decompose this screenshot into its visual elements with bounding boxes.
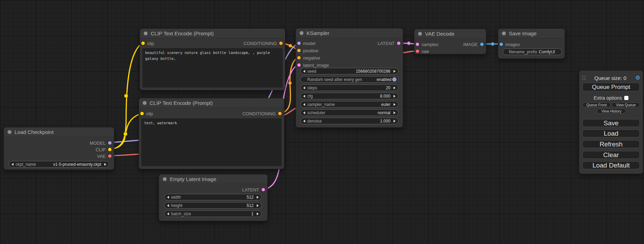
refresh-button[interactable]: Refresh [582, 140, 640, 148]
comfyui-canvas[interactable]: { "colors": { "model": "#b49be0", "clip"… [0, 0, 644, 244]
collapse-dot-icon[interactable] [163, 177, 167, 181]
node-titlebar[interactable]: Save Image [498, 29, 565, 38]
conditioning-output-port[interactable] [278, 112, 282, 115]
node-title: VAE Decode [425, 31, 455, 37]
view-queue-button[interactable]: View Queue [612, 102, 640, 107]
batch-size-widget[interactable]: batch_size 1 [164, 210, 262, 217]
save-button[interactable]: Save [582, 119, 640, 127]
steps-widget[interactable]: steps 20 [300, 84, 398, 91]
clip-output-port[interactable] [108, 148, 112, 151]
increment-arrow-icon[interactable] [394, 120, 396, 123]
extra-options-checkbox[interactable] [624, 96, 628, 100]
decrement-arrow-icon[interactable] [303, 87, 305, 89]
queue-prompt-button[interactable]: Queue Prompt [582, 83, 640, 91]
port-label: samples [422, 42, 438, 47]
width-widget[interactable]: width 512 [164, 194, 262, 200]
collapse-dot-icon[interactable] [502, 31, 506, 35]
increment-arrow-icon[interactable] [257, 196, 259, 199]
widget-value: 156680208700286 [356, 69, 390, 74]
increment-arrow-icon[interactable] [394, 87, 396, 89]
widget-value: 20 [386, 85, 390, 90]
collapse-dot-icon[interactable] [418, 32, 422, 36]
node-titlebar[interactable]: CLIP Text Encode (Prompt) [139, 98, 284, 108]
load-default-button[interactable]: Load Default [582, 161, 640, 169]
model-output-port[interactable] [108, 141, 112, 145]
widget-value: 512 [247, 203, 254, 208]
widget-label: width [171, 195, 181, 200]
clip-input-port[interactable] [141, 42, 145, 45]
node-titlebar[interactable]: Empty Latent Image [159, 174, 267, 184]
port-label: LATENT [378, 41, 395, 46]
increment-arrow-icon[interactable] [394, 95, 396, 98]
decrement-arrow-icon[interactable] [167, 196, 169, 199]
positive-prompt-textarea[interactable]: beautiful scenery nature glass bottle la… [142, 48, 283, 88]
conditioning-input-port[interactable] [297, 56, 301, 60]
decrement-arrow-icon[interactable] [167, 204, 169, 207]
scheduler-widget[interactable]: scheduler normal [300, 109, 398, 116]
decrement-arrow-icon[interactable] [303, 111, 305, 114]
node-titlebar[interactable]: Load Checkpoint [4, 127, 114, 137]
vae-input-port[interactable] [416, 49, 419, 53]
view-history-button[interactable]: View History [597, 109, 626, 114]
increment-arrow-icon[interactable] [394, 111, 396, 114]
seed-widget[interactable]: seed 156680208700286 [300, 68, 398, 74]
toggle-knob-icon[interactable] [392, 77, 397, 82]
latent-input-port[interactable] [416, 43, 419, 46]
increment-arrow-icon[interactable] [257, 213, 259, 215]
sampler-name-widget[interactable]: sampler_name euler [300, 101, 398, 108]
decrement-arrow-icon[interactable] [167, 213, 169, 215]
queue-front-button[interactable]: Queue Front [582, 102, 611, 107]
node-titlebar[interactable]: KSampler [296, 28, 403, 38]
port-label: MODEL [90, 141, 106, 146]
widget-label: cfg [307, 94, 313, 99]
conditioning-input-port[interactable] [297, 49, 301, 52]
decrement-arrow-icon[interactable] [303, 95, 305, 98]
vae-output-port[interactable] [108, 154, 112, 158]
widget-label: batch_size [171, 211, 191, 216]
image-input-port[interactable] [500, 43, 503, 46]
widget-label: sampler_name [307, 102, 335, 107]
drag-handle-icon[interactable] [582, 76, 585, 80]
decrement-arrow-icon[interactable] [303, 120, 305, 123]
collapse-dot-icon[interactable] [143, 101, 147, 105]
filename-prefix-widget[interactable]: filename_prefix ComfyUI [503, 48, 562, 55]
image-output-port[interactable] [480, 43, 484, 46]
output-image: IMAGE [463, 41, 484, 47]
random-seed-toggle-widget[interactable]: Random seed after every gen enabled [300, 76, 398, 83]
output-vae: VAE [97, 153, 112, 159]
gear-icon[interactable]: ⚙ [635, 75, 640, 81]
load-button[interactable]: Load [582, 129, 640, 137]
increment-arrow-icon[interactable] [104, 163, 106, 166]
port-label: IMAGE [463, 42, 478, 47]
increment-arrow-icon[interactable] [394, 103, 396, 106]
increment-arrow-icon[interactable] [394, 70, 396, 73]
widget-label: scheduler [307, 110, 325, 115]
node-title: CLIP Text Encode (Prompt) [150, 100, 213, 106]
decrement-arrow-icon[interactable] [303, 70, 305, 73]
latent-input-port[interactable] [297, 63, 301, 67]
input-clip: clip [141, 40, 154, 46]
latent-output-port[interactable] [262, 188, 265, 191]
cfg-widget[interactable]: cfg 8.000 [300, 93, 398, 99]
conditioning-output-port[interactable] [279, 42, 283, 45]
node-title: KSampler [307, 30, 329, 36]
height-widget[interactable]: height 512 [164, 202, 262, 209]
decrement-arrow-icon[interactable] [11, 163, 14, 166]
output-model: MODEL [90, 140, 112, 146]
widget-label: steps [307, 85, 317, 90]
collapse-dot-icon[interactable] [144, 31, 148, 35]
denoise-widget[interactable]: denoise 1.000 [300, 118, 398, 124]
ckpt-name-widget[interactable]: ckpt_name v1-5-pruned-emaonly.ckpt [9, 161, 109, 168]
clear-button[interactable]: Clear [582, 151, 640, 159]
link-midpoint-dot [124, 132, 127, 136]
collapse-dot-icon[interactable] [300, 31, 303, 35]
node-titlebar[interactable]: CLIP Text Encode (Prompt) [140, 29, 285, 38]
clip-input-port[interactable] [140, 112, 144, 115]
increment-arrow-icon[interactable] [257, 204, 259, 207]
collapse-dot-icon[interactable] [8, 130, 11, 134]
node-titlebar[interactable]: VAE Decode [414, 29, 486, 39]
negative-prompt-textarea[interactable]: text, watermark [141, 118, 282, 166]
decrement-arrow-icon[interactable] [303, 103, 305, 106]
model-input-port[interactable] [297, 42, 301, 45]
latent-output-port[interactable] [397, 42, 400, 45]
